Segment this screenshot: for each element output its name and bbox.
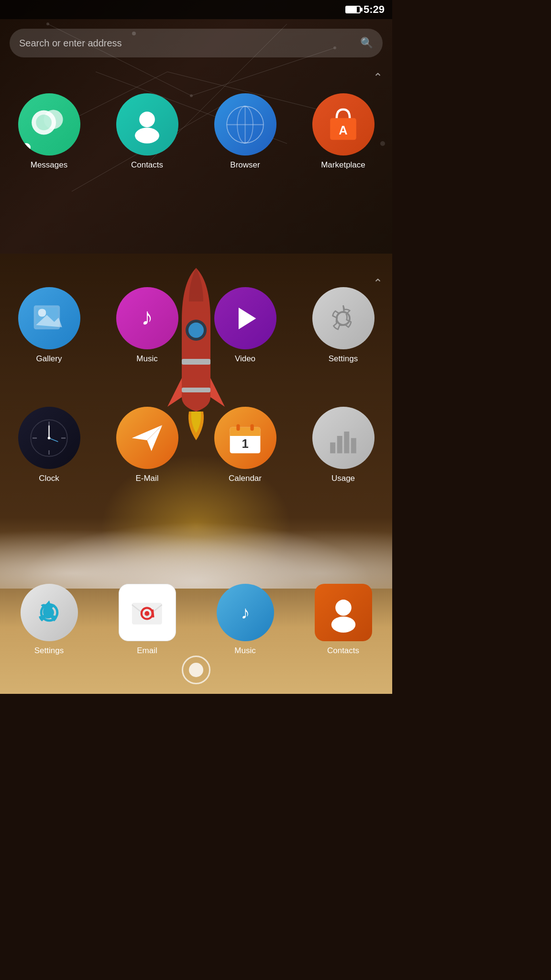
dock-label-settings: Settings — [34, 646, 64, 656]
dock-item-music[interactable]: ♪ Music — [203, 584, 287, 656]
dock-label-music: Music — [234, 646, 255, 656]
app-item-messages[interactable]: Messages — [7, 93, 91, 170]
app-label-gallery: Gallery — [36, 354, 62, 364]
app-item-browser[interactable]: Browser — [203, 93, 287, 170]
svg-marker-43 — [132, 425, 163, 451]
svg-rect-48 — [236, 424, 240, 431]
app-item-email[interactable]: E-Mail — [105, 407, 189, 483]
app-item-contacts[interactable]: Contacts — [105, 93, 189, 170]
search-placeholder: Search or enter address — [19, 38, 360, 49]
home-button-inner — [189, 663, 203, 677]
app-item-video[interactable]: Video — [203, 287, 287, 364]
battery-icon — [345, 6, 361, 13]
app-label-browser: Browser — [230, 160, 260, 170]
svg-rect-27 — [182, 388, 210, 392]
svg-rect-49 — [250, 424, 253, 431]
svg-point-21 — [227, 106, 263, 143]
app-item-gallery[interactable]: Gallery — [7, 287, 91, 364]
search-bar[interactable]: Search or enter address 🔍 — [10, 29, 383, 57]
dock: Settings Email ♪ Music — [0, 584, 392, 656]
svg-point-15 — [139, 111, 155, 127]
svg-rect-51 — [330, 442, 335, 453]
svg-point-63 — [331, 616, 355, 633]
svg-rect-54 — [351, 438, 356, 453]
app-label-settings: Settings — [329, 354, 358, 364]
svg-point-14 — [36, 114, 52, 130]
app-label-video: Video — [235, 354, 255, 364]
svg-text:♪: ♪ — [141, 303, 153, 330]
chevron-up-1[interactable]: ⌃ — [373, 71, 383, 84]
app-label-messages: Messages — [31, 160, 67, 170]
svg-marker-33 — [239, 307, 256, 329]
dock-item-settings[interactable]: Settings — [7, 584, 91, 656]
dock-label-email: Email — [137, 646, 157, 656]
app-item-settings[interactable]: Settings — [301, 287, 385, 364]
svg-point-16 — [135, 127, 159, 143]
svg-text:♪: ♪ — [241, 602, 250, 623]
app-label-calendar: Calendar — [229, 474, 262, 483]
app-item-usage[interactable]: Usage — [301, 407, 385, 483]
app-label-music: Music — [136, 354, 157, 364]
home-button[interactable] — [182, 656, 210, 684]
app-row-middle2: Clock E-Mail 1 Calendar — [0, 407, 392, 483]
app-item-calendar[interactable]: 1 Calendar — [203, 407, 287, 483]
svg-point-59 — [145, 611, 150, 616]
dock-label-contacts: Contacts — [327, 646, 359, 656]
status-time: 5:29 — [364, 3, 385, 16]
status-bar: 5:29 — [0, 0, 392, 19]
dock-item-email[interactable]: Email — [105, 584, 189, 656]
svg-rect-47 — [230, 431, 261, 435]
svg-point-42 — [48, 436, 50, 439]
svg-rect-30 — [38, 309, 46, 316]
app-item-music[interactable]: ♪ Music — [105, 287, 189, 364]
app-label-contacts: Contacts — [131, 160, 163, 170]
app-label-email: E-Mail — [135, 474, 158, 483]
svg-text:1: 1 — [242, 436, 248, 450]
svg-rect-53 — [344, 431, 349, 453]
app-item-marketplace[interactable]: A Marketplace — [301, 93, 385, 170]
svg-rect-52 — [337, 435, 342, 453]
svg-point-7 — [46, 22, 49, 25]
svg-point-62 — [335, 600, 352, 616]
dock-item-contacts[interactable]: Contacts — [301, 584, 385, 656]
app-label-usage: Usage — [331, 474, 355, 483]
app-item-clock[interactable]: Clock — [7, 407, 91, 483]
svg-line-41 — [49, 438, 58, 441]
svg-point-34 — [337, 312, 350, 324]
app-label-clock: Clock — [39, 474, 59, 483]
app-row-top: Messages Contacts Browser — [0, 93, 392, 170]
svg-text:A: A — [339, 123, 347, 136]
search-icon[interactable]: 🔍 — [360, 37, 373, 49]
svg-line-60 — [153, 609, 154, 617]
app-label-marketplace: Marketplace — [321, 160, 365, 170]
app-row-middle1: Gallery ♪ Music Video Settings — [0, 287, 392, 364]
